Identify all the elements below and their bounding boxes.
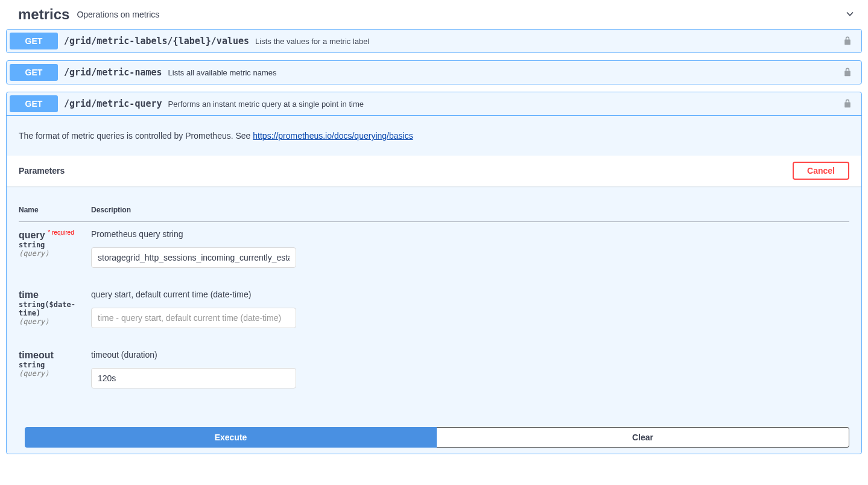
param-in: (query) [19,369,91,378]
action-row: Execute Clear [7,415,861,454]
column-header-name: Name [19,198,91,222]
column-header-description: Description [91,198,849,222]
endpoint-long-description: The format of metric queries is controll… [7,116,861,156]
param-description: timeout (duration) [91,350,849,360]
http-method-badge: GET [10,95,58,112]
parameters-title: Parameters [19,166,65,176]
parameters-table: Name Description query * required string… [19,198,849,403]
opblock-summary[interactable]: GET /grid/metric-query Performs an insta… [7,92,861,116]
opblock-summary[interactable]: GET /grid/metric-names Lists all availab… [7,61,861,84]
parameters-table-wrapper: Name Description query * required string… [7,186,861,415]
cancel-button[interactable]: Cancel [793,162,849,180]
lock-icon[interactable] [837,66,858,79]
clear-button[interactable]: Clear [437,427,849,448]
opblock-metric-query: GET /grid/metric-query Performs an insta… [6,92,862,454]
endpoint-summary: Lists the values for a metric label [255,37,837,46]
execute-button[interactable]: Execute [25,427,437,448]
parameter-row: time string($date-time) (query) query st… [19,282,849,343]
endpoint-path: /grid/metric-labels/{label}/values [64,36,249,46]
prometheus-docs-link[interactable]: https://prometheus.io/docs/querying/basi… [253,131,413,141]
http-method-badge: GET [10,64,58,81]
parameter-row: query * required string (query) Promethe… [19,222,849,283]
time-input[interactable] [91,308,296,328]
description-text: The format of metric queries is controll… [19,131,253,141]
section-header[interactable]: metrics Operations on metrics [6,0,862,29]
chevron-down-icon [844,8,856,22]
endpoint-summary: Performs an instant metric query at a si… [168,100,837,109]
parameter-row: timeout string (query) timeout (duration… [19,343,849,403]
param-description: Prometheus query string [91,229,849,239]
endpoint-summary: Lists all available metric names [168,68,837,77]
opblock-metric-labels-values: GET /grid/metric-labels/{label}/values L… [6,29,862,53]
param-in: (query) [19,317,91,326]
http-method-badge: GET [10,33,58,49]
section-description: Operations on metrics [77,10,844,19]
endpoint-path: /grid/metric-names [64,67,162,78]
lock-icon[interactable] [837,98,858,110]
query-input[interactable] [91,247,296,268]
param-type: string [19,241,91,249]
param-type: string($date-time) [19,300,91,317]
parameters-header: Parameters Cancel [7,156,861,186]
opblock-body: The format of metric queries is controll… [7,116,861,454]
param-name: time [19,290,39,300]
param-in: (query) [19,249,91,258]
timeout-input[interactable] [91,368,296,388]
param-description: query start, default current time (date-… [91,290,849,299]
param-type: string [19,361,91,369]
param-name: timeout [19,350,54,360]
required-marker: * required [45,229,74,236]
param-name: query [19,230,45,240]
section-title: metrics [18,6,69,23]
endpoint-path: /grid/metric-query [64,98,162,109]
opblock-summary[interactable]: GET /grid/metric-labels/{label}/values L… [7,30,861,52]
lock-icon[interactable] [837,35,858,48]
opblock-metric-names: GET /grid/metric-names Lists all availab… [6,60,862,84]
